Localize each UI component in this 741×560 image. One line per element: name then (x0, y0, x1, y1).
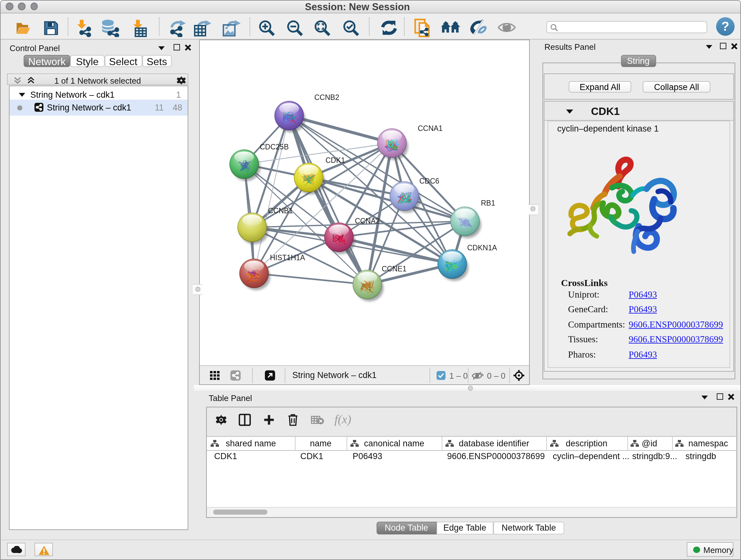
svg-text:CCNB1: CCNB1 (268, 206, 293, 215)
svg-text:RB1: RB1 (481, 199, 495, 207)
svg-text:CDC25B: CDC25B (260, 143, 289, 151)
svg-text:CDK1: CDK1 (326, 156, 345, 165)
svg-text:CCNA1: CCNA1 (418, 124, 443, 132)
svg-text:CDC6: CDC6 (419, 177, 440, 185)
svg-text:HIST1H1A: HIST1H1A (270, 253, 306, 262)
svg-text:CDKN1A: CDKN1A (467, 244, 497, 252)
svg-text:CCNA2: CCNA2 (355, 217, 380, 225)
svg-text:CCNE1: CCNE1 (382, 265, 407, 273)
svg-text:CCNB2: CCNB2 (314, 93, 339, 102)
